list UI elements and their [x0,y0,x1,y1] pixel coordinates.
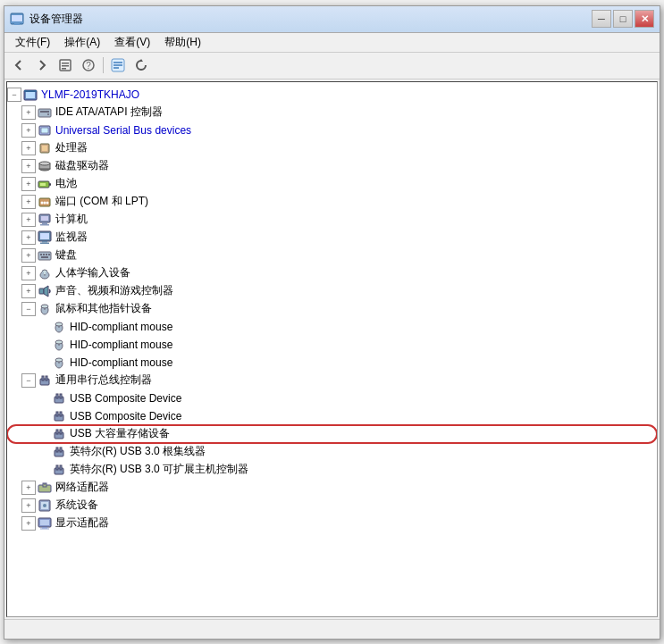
svg-rect-3 [14,23,20,25]
tree-item-system[interactable]: 系统设备 [7,497,657,514]
menu-view[interactable]: 查看(V) [107,33,157,52]
tree-item-intel-usb3-hub[interactable]: 英特尔(R) USB 3.0 根集线器 [7,443,657,461]
expander-sound[interactable] [21,284,36,298]
svg-rect-16 [24,90,37,92]
svg-point-26 [39,162,50,165]
svg-rect-7 [62,68,66,70]
expander-usb-serial[interactable] [21,123,36,138]
expander-usb-ctrl[interactable] [21,373,36,388]
label-mouse: 鼠标和其他指针设备 [55,301,152,316]
tree-item-mouse2[interactable]: HID-compliant mouse [7,336,657,354]
svg-rect-76 [60,430,62,434]
expander-keyboard[interactable] [21,248,36,263]
expander-computer[interactable] [21,213,36,227]
svg-rect-46 [48,254,50,255]
scan-button[interactable] [107,55,129,75]
svg-rect-51 [46,272,47,275]
tree-item-usb-serial[interactable]: Universal Serial Bus devices [7,121,657,139]
svg-rect-21 [41,128,48,133]
tree-item-monitor[interactable]: 监视器 [7,229,657,247]
expander-ide[interactable] [21,105,36,120]
tree-item-network[interactable]: 网络适配器 [7,479,657,497]
device-tree-container[interactable]: YLMF-2019TKHAJOIDE ATA/ATAPI 控制器Universa… [6,81,658,617]
icon-keyboard [38,248,52,263]
svg-rect-17 [38,109,51,117]
expander-network[interactable] [21,481,36,495]
svg-rect-52 [39,289,44,294]
expander-display[interactable] [21,516,36,531]
menu-help[interactable]: 帮助(H) [157,33,208,52]
icon-usb-comp1 [52,391,66,406]
expander-com[interactable] [21,195,36,209]
tree-item-usb-comp2[interactable]: USB Composite Device [7,407,657,425]
toolbar: ? [4,53,660,79]
svg-rect-18 [40,111,49,113]
icon-system [38,498,52,513]
tree-item-disk[interactable]: 磁盘驱动器 [7,157,657,175]
tree-item-com[interactable]: 端口 (COM 和 LPT) [7,193,657,211]
svg-rect-79 [60,447,62,452]
icon-computer [38,213,52,227]
expander-battery[interactable] [21,177,36,191]
icon-mouse2 [52,338,66,352]
tree-item-sound[interactable]: 声音、视频和游戏控制器 [7,282,657,300]
svg-rect-39 [40,233,49,239]
tree-item-usb-ctrl[interactable]: 通用串行总线控制器 [7,372,657,389]
icon-com [38,195,52,209]
svg-rect-82 [60,465,62,470]
label-usb-comp2: USB Composite Device [70,410,181,422]
label-mouse3: HID-compliant mouse [70,356,172,369]
label-battery: 电池 [55,176,77,191]
tree-item-battery[interactable]: 电池 [7,175,657,193]
help-button[interactable]: ? [78,55,99,75]
close-button[interactable]: ✕ [635,10,654,28]
expander-mouse[interactable] [21,302,36,316]
svg-rect-35 [41,216,48,221]
svg-rect-5 [62,63,69,64]
svg-rect-78 [56,447,58,452]
expander-disk[interactable] [21,159,36,173]
tree-item-keyboard[interactable]: 键盘 [7,247,657,264]
svg-rect-43 [40,254,42,255]
icon-disk [38,159,52,173]
tree-item-hid[interactable]: 人体学输入设备 [7,264,657,282]
tree-item-mouse3[interactable]: HID-compliant mouse [7,354,657,372]
tree-item-mouse1[interactable]: HID-compliant mouse [7,318,657,336]
svg-point-19 [47,113,49,115]
menu-file[interactable]: 文件(F) [8,33,57,52]
tree-item-cpu[interactable]: 处理器 [7,139,657,157]
icon-cpu [38,141,52,155]
svg-rect-40 [42,241,47,243]
forward-button[interactable] [31,55,53,75]
refresh-button[interactable] [130,55,152,75]
device-tree: YLMF-2019TKHAJOIDE ATA/ATAPI 控制器Universa… [7,82,657,536]
icon-root [23,88,38,102]
svg-point-31 [41,201,44,204]
minimize-button[interactable]: ─ [592,10,611,28]
label-root: YLMF-2019TKHAJO [41,88,139,101]
tree-item-usb-comp1[interactable]: USB Composite Device [7,389,657,407]
tree-item-ide[interactable]: IDE ATA/ATAPI 控制器 [7,104,657,121]
tree-item-computer[interactable]: 计算机 [7,211,657,229]
svg-rect-72 [56,412,58,416]
tree-item-mouse[interactable]: 鼠标和其他指针设备 [7,300,657,318]
icon-display [38,516,52,531]
window-icon [10,12,24,26]
device-manager-window: 设备管理器 ─ □ ✕ 文件(F) 操作(A) 查看(V) 帮助(H) [4,5,660,640]
expander-monitor[interactable] [21,230,36,245]
back-button[interactable] [8,55,29,75]
maximize-button[interactable]: □ [613,10,633,28]
properties-button[interactable] [55,55,76,75]
tree-item-display[interactable]: 显示适配器 [7,514,657,532]
icon-sound [38,284,52,298]
tree-item-usb-mass[interactable]: USB 大容量存储设备 [7,425,657,443]
expander-root[interactable] [7,88,21,102]
menu-action[interactable]: 操作(A) [57,33,107,52]
expander-system[interactable] [21,498,36,513]
svg-rect-41 [40,242,49,244]
expander-hid[interactable] [21,266,36,280]
svg-rect-73 [60,412,62,416]
expander-cpu[interactable] [21,141,36,155]
tree-item-intel-usb3-ctrl[interactable]: 英特尔(R) USB 3.0 可扩展主机控制器 [7,461,657,479]
tree-item-root[interactable]: YLMF-2019TKHAJO [7,86,657,104]
